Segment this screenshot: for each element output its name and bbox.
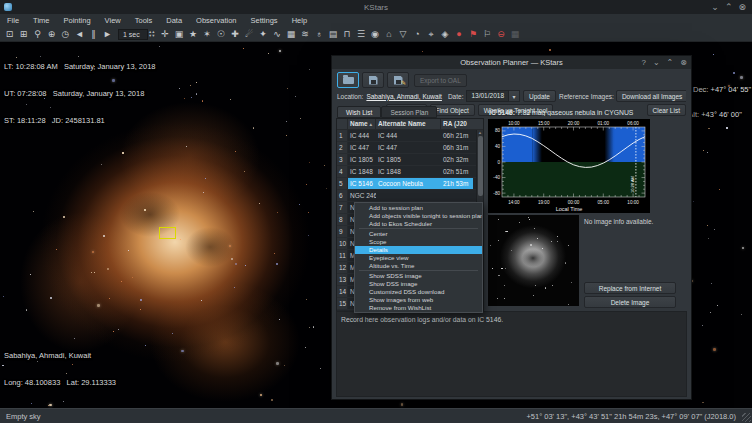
maximize-icon[interactable]: ⌃ [725, 0, 733, 14]
set-time-icon[interactable]: ◷ [59, 28, 72, 41]
show-stars-icon[interactable]: ★ [187, 28, 200, 41]
night-vision-icon[interactable]: ◔ [411, 28, 424, 41]
menu-item-show-images-from-web[interactable]: Show images from web [355, 296, 482, 304]
show-constellation-boundaries-icon[interactable]: ▦ [285, 28, 298, 41]
menu-item-remove-from-wishlist[interactable]: Remove from WishList [355, 304, 482, 312]
show-asteroids-icon[interactable]: ✦ [257, 28, 270, 41]
show-comets-icon[interactable]: ☄ [243, 28, 256, 41]
record-icon[interactable]: ● [453, 28, 466, 41]
save-list-button[interactable] [362, 72, 384, 88]
download-all-images-button[interactable]: Download all Images [616, 90, 686, 102]
update-button[interactable]: Update [523, 90, 556, 102]
show-ground-icon[interactable]: ⊓ [341, 28, 354, 41]
center-telescope-icon[interactable]: ⌖ [425, 28, 438, 41]
open-list-button[interactable] [337, 72, 359, 88]
find-window-icon[interactable]: ⊞ [17, 28, 30, 41]
export-sky-image-icon[interactable]: ▣ [173, 28, 186, 41]
menu-item-add-objects-visible-tonight-to-session-plan[interactable]: Add objects visible tonight to session p… [355, 212, 482, 220]
dialog-maximize-icon[interactable]: ⌃ [667, 58, 674, 67]
alternate-name-column-header[interactable]: Alternate Name [376, 119, 441, 129]
dialog-titlebar[interactable]: Observation Planner — KStars ? ⌄ ⌃ ⊗ [332, 56, 691, 69]
dome-icon[interactable]: ⌂ [383, 28, 396, 41]
tab-session-plan[interactable]: Session Plan [381, 106, 437, 118]
zoom-icon[interactable]: ⚲ [31, 28, 44, 41]
table-row[interactable]: 1IC 444IC 44406h 21m [337, 130, 483, 142]
scroll-up-icon[interactable]: ▲ [478, 130, 482, 135]
observation-notes-textarea[interactable]: Record here observation logs and/or data… [336, 311, 687, 397]
menu-data[interactable]: Data [159, 14, 189, 27]
timestep-spinner[interactable]: 1 sec▴▾▴▾ [118, 29, 155, 40]
menu-item-scope[interactable]: Scope [355, 238, 482, 246]
find-city-icon[interactable]: ⊕ [45, 28, 58, 41]
spinner-arrows[interactable]: ▴▾ [152, 30, 154, 38]
timestep-value[interactable]: 1 sec [118, 29, 148, 40]
menu-pointing[interactable]: Pointing [56, 14, 97, 27]
location-link[interactable]: Sabahiya, Ahmadi, Kuwait [366, 93, 442, 100]
menu-help[interactable]: Help [285, 14, 314, 27]
cell-ra: 06h 21m [441, 130, 473, 141]
svg-text:0: 0 [497, 160, 500, 165]
menu-item-show-sdss-image[interactable]: Show SDSS image [355, 272, 482, 280]
show-supernovae-icon[interactable]: ✚ [229, 28, 242, 41]
show-solar-system-icon[interactable]: ☉ [215, 28, 228, 41]
minimize-icon[interactable]: ⌄ [711, 0, 719, 14]
remove-flag-icon[interactable]: ⊖ [495, 28, 508, 41]
lock-telescope-icon[interactable]: ◈ [439, 28, 452, 41]
add-flag-icon[interactable]: ⚑ [467, 28, 480, 41]
show-milky-way-icon[interactable]: ≋ [299, 28, 312, 41]
replace-from-internet-button[interactable]: Replace from Internet [584, 282, 676, 294]
zoom-fit-icon[interactable]: ⊡ [3, 28, 16, 41]
menu-tools[interactable]: Tools [128, 14, 160, 27]
lock-skymap-icon[interactable]: ◉ [369, 28, 382, 41]
menu-settings[interactable]: Settings [244, 14, 285, 27]
help-icon[interactable]: ? [641, 58, 645, 67]
time-step-forward-icon[interactable]: ► [101, 28, 114, 41]
table-row[interactable]: 3IC 1805IC 180502h 32m [337, 154, 483, 166]
menu-item-add-to-session-plan[interactable]: Add to session plan [355, 204, 482, 212]
show-constellation-lines-icon[interactable]: ∿ [271, 28, 284, 41]
spinner-arrows[interactable]: ▴▾ [149, 30, 151, 38]
time-step-back-icon[interactable]: ◄ [73, 28, 86, 41]
menu-view[interactable]: View [98, 14, 128, 27]
tab-wish-list[interactable]: Wish List [337, 106, 381, 118]
show-deep-sky-icon[interactable]: ✶ [201, 28, 214, 41]
menu-item-add-to-ekos-scheduler[interactable]: Add to Ekos Scheduler [355, 220, 482, 228]
show-horizontal-grid-icon[interactable]: ▤ [327, 28, 340, 41]
save-list-as-button[interactable]: ✎ [387, 72, 409, 88]
name-column-header[interactable]: Name ▴ [348, 119, 376, 129]
menu-item-customized-dss-download[interactable]: Customized DSS download [355, 288, 482, 296]
scrollbar-thumb[interactable] [478, 136, 483, 196]
menu-time[interactable]: Time [26, 14, 56, 27]
resize-grip[interactable] [742, 413, 751, 422]
row-number-header[interactable] [337, 119, 348, 129]
dss-thumbnail-image[interactable] [488, 215, 579, 306]
menu-item-show-dss-image[interactable]: Show DSS image [355, 280, 482, 288]
toggle-clock-icon[interactable]: ∥ [87, 28, 100, 41]
observation-planner-icon[interactable]: ☰ [355, 28, 368, 41]
delete-image-button[interactable]: Delete Image [584, 296, 676, 308]
table-row[interactable]: 2IC 447IC 44706h 31m [337, 142, 483, 154]
ra-column-header[interactable]: RA (J20 [441, 119, 473, 129]
show-equatorial-grid-icon[interactable]: ♁ [313, 28, 326, 41]
menu-item-center[interactable]: Center [355, 230, 482, 238]
svg-text:15:00: 15:00 [538, 121, 550, 126]
focus-object-icon[interactable]: ✛ [159, 28, 172, 41]
dialog-close-icon[interactable]: ⊗ [680, 58, 687, 67]
menu-observation[interactable]: Observation [189, 14, 243, 27]
menu-item-altitude-vs-time[interactable]: Altitude vs. Time [355, 262, 482, 270]
menu-file[interactable]: File [0, 14, 26, 27]
list-flags-icon[interactable]: ⚐ [481, 28, 494, 41]
table-row[interactable]: 5IC 5146Cocoon Nebula21h 53m [337, 178, 483, 190]
date-field[interactable]: 13/01/2018 [466, 90, 509, 102]
star [308, 212, 309, 213]
table-row[interactable]: 6NGC 246 [337, 190, 483, 202]
menu-item-eyepiece-view[interactable]: Eyepiece view [355, 254, 482, 262]
filter-icon[interactable]: ▽ [397, 28, 410, 41]
chevron-down-icon[interactable]: ▾ [509, 90, 520, 102]
star [276, 263, 278, 265]
dialog-minimize-icon[interactable]: ⌄ [653, 58, 660, 67]
close-icon[interactable]: ⊗ [738, 0, 746, 14]
star [504, 285, 505, 286]
table-row[interactable]: 4IC 1848IC 184802h 51m [337, 166, 483, 178]
menu-item-details[interactable]: Details [355, 246, 482, 254]
